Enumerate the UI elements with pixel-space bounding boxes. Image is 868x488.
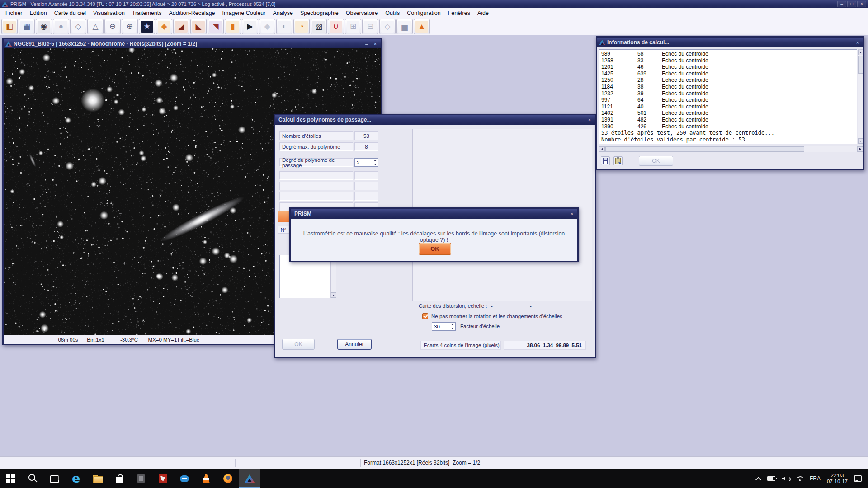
distortion-dash-2: - bbox=[530, 303, 532, 309]
edge-icon[interactable] bbox=[65, 469, 87, 488]
remote-desktop-icon[interactable] bbox=[174, 469, 195, 488]
menu-item[interactable]: Visualisation bbox=[90, 9, 128, 17]
scrollbar-thumb[interactable] bbox=[858, 56, 863, 74]
dome-icon[interactable]: ◐ bbox=[276, 19, 292, 34]
status-segment bbox=[4, 335, 54, 344]
zoom-out-icon[interactable]: ⊖ bbox=[104, 19, 121, 34]
start-button[interactable] bbox=[0, 469, 22, 488]
zoom-in-icon[interactable]: ⊕ bbox=[122, 19, 138, 34]
polygon-select-icon[interactable]: ◇ bbox=[70, 19, 86, 34]
close-button[interactable]: × bbox=[586, 117, 593, 123]
hide-rotation-checkbox[interactable] bbox=[422, 313, 428, 319]
task-view-button[interactable] bbox=[43, 469, 65, 488]
menu-item[interactable]: Edition bbox=[26, 9, 51, 17]
wifi-icon[interactable] bbox=[796, 476, 803, 482]
bw-image-icon[interactable]: ▨ bbox=[311, 19, 327, 34]
flame-icon[interactable]: ▲ bbox=[414, 19, 430, 34]
corners-gap-values: 38.06 1.34 99.89 5.51 bbox=[504, 341, 586, 350]
wrench-icon[interactable]: ◇ bbox=[379, 19, 396, 34]
save-log-button[interactable] bbox=[601, 156, 610, 165]
scroll-down-icon[interactable] bbox=[858, 138, 863, 144]
bird-icon[interactable]: ▶ bbox=[242, 19, 258, 34]
copy-log-button[interactable] bbox=[613, 156, 623, 165]
field-row-degree: Degré du polynome de passage 2 bbox=[279, 158, 378, 167]
spinner-up-icon[interactable] bbox=[449, 323, 455, 327]
menu-item[interactable]: Fichier bbox=[2, 9, 26, 17]
menu-item[interactable]: Addition-Recalage bbox=[165, 9, 218, 17]
notification-icon[interactable] bbox=[854, 475, 862, 482]
telescope-icon-3[interactable]: ◥ bbox=[208, 19, 224, 34]
app-icon-grey[interactable] bbox=[130, 469, 152, 488]
clock[interactable]: 22:03 07-10-17 bbox=[827, 473, 848, 484]
menu-item[interactable]: Spectrographie bbox=[297, 9, 342, 17]
alert-ok-button[interactable]: OK bbox=[419, 243, 451, 255]
magnet-icon[interactable]: ∪ bbox=[328, 19, 344, 34]
spinner-down-icon[interactable] bbox=[449, 327, 455, 331]
app-icon-red[interactable] bbox=[152, 469, 174, 488]
scroll-down-icon[interactable] bbox=[331, 292, 336, 298]
horizontal-scrollbar[interactable] bbox=[599, 146, 863, 152]
camera-icon[interactable]: ◉ bbox=[36, 19, 52, 34]
scroll-right-icon[interactable] bbox=[857, 146, 863, 152]
firefox-icon[interactable] bbox=[217, 469, 239, 488]
prism-taskbar-icon[interactable] bbox=[239, 469, 260, 488]
close-button[interactable]: × bbox=[854, 39, 861, 46]
alert-titlebar[interactable]: PRISM × bbox=[291, 209, 577, 219]
degree-spinner[interactable]: 2 bbox=[354, 158, 378, 167]
menu-item[interactable]: Traitements bbox=[128, 9, 165, 17]
focuser-icon[interactable]: ▮ bbox=[225, 19, 241, 34]
menu-item[interactable]: Configuration bbox=[403, 9, 444, 17]
language-indicator[interactable]: FRA bbox=[810, 475, 821, 482]
vlc-icon[interactable] bbox=[195, 469, 217, 488]
histogram-icon[interactable]: ▅ bbox=[396, 19, 413, 34]
menu-item[interactable]: Imagerie Couleur bbox=[219, 9, 269, 17]
observer-icon[interactable]: ◆ bbox=[156, 19, 172, 34]
close-button[interactable]: × bbox=[568, 211, 576, 217]
log-summary-1: 53 étoiles après test, 250 avant test de… bbox=[601, 130, 857, 136]
cancel-button[interactable]: Annuler bbox=[337, 339, 372, 350]
close-button[interactable]: × bbox=[372, 41, 379, 47]
tray-expand-icon[interactable] bbox=[755, 476, 761, 481]
store-icon[interactable] bbox=[108, 469, 130, 488]
scroll-up-icon[interactable] bbox=[858, 50, 863, 55]
save-icon[interactable]: ▦ bbox=[19, 19, 35, 34]
scroll-left-icon[interactable] bbox=[599, 146, 605, 152]
file-explorer-icon[interactable] bbox=[87, 469, 108, 488]
menu-item[interactable]: Analyse bbox=[269, 9, 296, 17]
ok-button[interactable]: OK bbox=[282, 339, 315, 350]
telescope-icon-1[interactable]: ◢ bbox=[173, 19, 189, 34]
open-image-icon[interactable]: ◧ bbox=[1, 19, 18, 34]
dialog-titlebar[interactable]: Calcul des polynomes de passage... × bbox=[275, 115, 595, 125]
vertical-scrollbar[interactable] bbox=[858, 49, 863, 144]
menu-item[interactable]: Carte du ciel bbox=[51, 9, 90, 17]
prism-logo-icon bbox=[599, 40, 605, 45]
menu-item[interactable]: Aide bbox=[474, 9, 492, 17]
scale-factor-spinner[interactable]: 30 bbox=[432, 322, 456, 331]
menu-item[interactable]: Outils bbox=[382, 9, 403, 17]
log-text-area[interactable]: 989 58 Echec du centroide 1258 33 Echec … bbox=[599, 49, 857, 144]
maximize-button[interactable]: □ bbox=[847, 1, 856, 7]
search-button[interactable] bbox=[22, 469, 43, 488]
info-icon[interactable]: ● bbox=[53, 19, 69, 34]
spinner-up-icon[interactable] bbox=[372, 159, 378, 163]
battery-icon[interactable] bbox=[767, 476, 775, 481]
scrollbar-thumb[interactable] bbox=[605, 146, 804, 152]
menu-item[interactable]: Fenêtres bbox=[444, 9, 474, 17]
drop-icon[interactable]: ◆ bbox=[259, 19, 275, 34]
minimize-button[interactable]: – bbox=[845, 39, 853, 46]
minimize-button[interactable]: – bbox=[363, 41, 370, 47]
close-button[interactable]: × bbox=[857, 1, 866, 7]
minimize-button[interactable]: – bbox=[837, 1, 846, 7]
deep-sky-image-icon[interactable]: ★ bbox=[139, 19, 155, 34]
spinner-down-icon[interactable] bbox=[372, 163, 378, 167]
telescope-icon-2[interactable]: ◣ bbox=[190, 19, 207, 34]
info-window-titlebar[interactable]: Informations de calcul... – × bbox=[597, 38, 863, 47]
speaker-icon[interactable] bbox=[782, 476, 790, 482]
image-window-titlebar[interactable]: NGC891_Blue-5 | 1663x1252 - Monochrome -… bbox=[4, 39, 381, 48]
clock-icon[interactable]: ◔ bbox=[293, 19, 310, 34]
menu-item[interactable]: Observatoire bbox=[342, 9, 382, 17]
mosaic-icon[interactable]: ⊞ bbox=[345, 19, 361, 34]
link-icon[interactable]: ⊟ bbox=[362, 19, 378, 34]
ok-button[interactable]: OK bbox=[639, 156, 673, 166]
triangle-select-icon[interactable]: △ bbox=[87, 19, 104, 34]
